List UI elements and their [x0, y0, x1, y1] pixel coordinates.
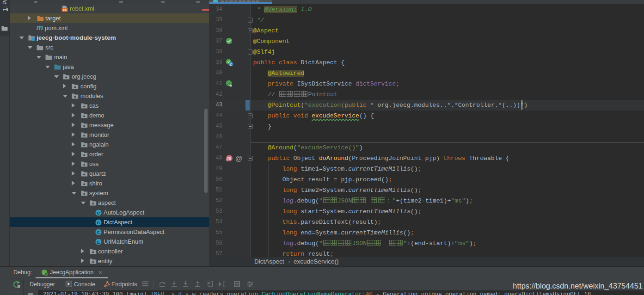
svg-text:C: C	[97, 220, 100, 225]
svg-text:m: m	[227, 156, 232, 161]
svg-text:C: C	[97, 210, 100, 215]
svg-text:E: E	[97, 240, 100, 245]
svg-text:<>: <>	[62, 7, 67, 12]
svg-text:C: C	[97, 230, 100, 235]
